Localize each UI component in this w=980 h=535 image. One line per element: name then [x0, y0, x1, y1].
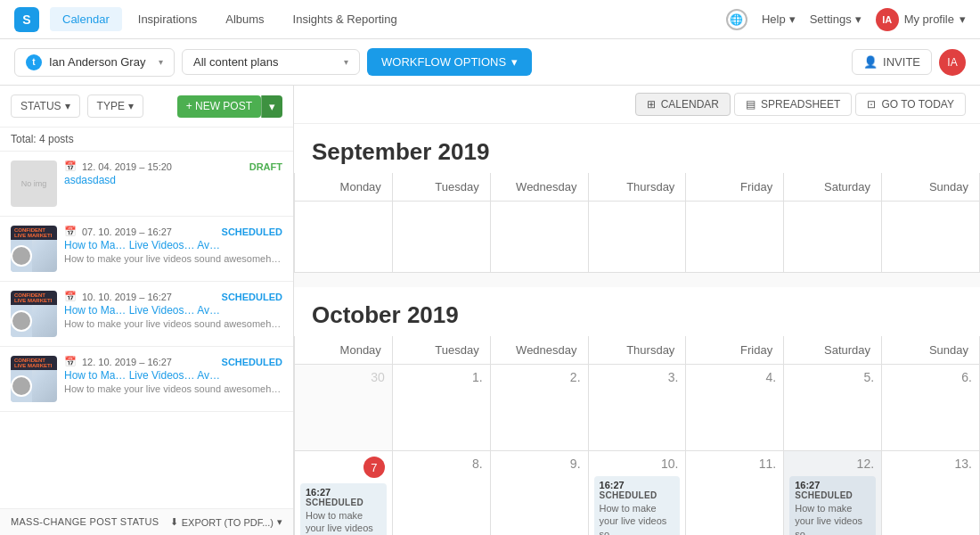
- calendar-day-cell[interactable]: 12. 16:27 SCHEDULED How to make your liv…: [784, 451, 882, 536]
- type-filter-button[interactable]: TYPE ▾: [87, 95, 143, 118]
- invite-button[interactable]: 👤 INVITE: [852, 49, 932, 75]
- day-header-tuesday: Tuesday: [392, 336, 490, 365]
- spreadsheet-view-button[interactable]: ▤ SPREADSHEET: [734, 93, 852, 116]
- nav-calendar[interactable]: Calendar: [50, 7, 122, 31]
- calendar-grid-icon: ⊞: [647, 98, 656, 111]
- help-menu[interactable]: Help ▾: [762, 12, 796, 26]
- mass-change-button[interactable]: MASS-CHANGE POST STATUS: [11, 516, 159, 528]
- day-number: 3.: [589, 365, 686, 388]
- post-thumbnail: CONFIDENT LIVE MARKETI: [11, 291, 57, 337]
- calendar-day-cell[interactable]: 30: [295, 365, 393, 451]
- day-header-friday: Friday: [686, 336, 784, 365]
- list-item[interactable]: CONFIDENT LIVE MARKETI 📅 12. 10. 2019 – …: [0, 347, 293, 412]
- settings-menu[interactable]: Settings ▾: [810, 12, 862, 26]
- day-number: 12.: [784, 451, 881, 474]
- status-filter-button[interactable]: STATUS ▾: [11, 95, 80, 118]
- calendar-day-cell[interactable]: 1.: [392, 365, 490, 451]
- day-header-thursday: Thursday: [588, 173, 686, 202]
- list-item[interactable]: CONFIDENT LIVE MARKETI 📅 10. 10. 2019 – …: [0, 282, 293, 347]
- export-chevron-icon: ▾: [277, 516, 282, 528]
- day-header-friday: Friday: [686, 173, 784, 202]
- today-indicator: 7: [363, 457, 385, 478]
- post-meta: 📅 10. 10. 2019 – 16:27 SCHEDULED: [64, 291, 282, 302]
- calendar-day-cell[interactable]: 5.: [784, 365, 882, 451]
- day-number: 30: [295, 365, 392, 388]
- day-header-monday: Monday: [295, 173, 393, 202]
- app-logo: S: [14, 7, 39, 32]
- content-plans-dropdown[interactable]: All content plans ▾: [182, 49, 360, 75]
- profile-menu[interactable]: IA My profile ▾: [876, 8, 966, 31]
- calendar-event[interactable]: 16:27 SCHEDULED How to make your live vi…: [594, 476, 681, 535]
- post-content: 📅 10. 10. 2019 – 16:27 SCHEDULED How to …: [64, 291, 282, 329]
- type-chevron-icon: ▾: [128, 100, 134, 112]
- calendar-day-cell: [392, 202, 490, 273]
- day-header-monday: Monday: [295, 336, 393, 365]
- day-header-sunday: Sunday: [882, 336, 980, 365]
- calendar-day-cell[interactable]: 3.: [588, 365, 686, 451]
- day-header-thursday: Thursday: [588, 336, 686, 365]
- calendar-week-row: [295, 202, 980, 273]
- calendar-icon: 📅: [64, 291, 77, 302]
- list-item[interactable]: CONFIDENT LIVE MARKETI 📅 07. 10. 2019 – …: [0, 217, 293, 282]
- calendar-day-cell[interactable]: 4.: [686, 365, 784, 451]
- calendar-event[interactable]: 16:27 SCHEDULED How to make your live vi…: [789, 476, 876, 535]
- post-content: 📅 07. 10. 2019 – 16:27 SCHEDULED How to …: [64, 226, 282, 264]
- workflow-options-button[interactable]: WORKFLOW OPTIONS ▾: [367, 48, 532, 76]
- globe-icon[interactable]: 🌐: [726, 9, 747, 30]
- total-posts-label: Total: 4 posts: [0, 128, 293, 152]
- calendar-day-cell[interactable]: 9.: [490, 451, 588, 536]
- month-section-october: October 2019 Monday Tuesday Wednesday Th…: [294, 287, 980, 535]
- day-number: 11.: [686, 451, 783, 474]
- top-nav: S Calendar Inspirations Albums Insights …: [0, 0, 980, 39]
- nav-items: Calendar Inspirations Albums Insights & …: [50, 7, 726, 31]
- day-number: 9.: [491, 451, 588, 474]
- nav-insights[interactable]: Insights & Reporting: [281, 7, 410, 31]
- status-chevron-icon: ▾: [65, 100, 70, 112]
- toolbar: t Ian Anderson Gray ▾ All content plans …: [0, 39, 980, 86]
- list-item[interactable]: No img 📅 12. 04. 2019 – 15:20 DRAFT asda…: [0, 152, 293, 217]
- calendar-day-cell[interactable]: 2.: [490, 365, 588, 451]
- calendar-controls: ⊞ CALENDAR ▤ SPREADSHEET ⊡ GO TO TODAY: [294, 86, 980, 124]
- content-plans-chevron-icon: ▾: [344, 57, 348, 67]
- day-header-wednesday: Wednesday: [490, 336, 588, 365]
- calendar-day-cell[interactable]: 11.: [686, 451, 784, 536]
- workflow-chevron-icon: ▾: [511, 55, 518, 69]
- post-meta: 📅 07. 10. 2019 – 16:27 SCHEDULED: [64, 226, 282, 237]
- calendar-icon: 📅: [64, 356, 77, 367]
- nav-albums[interactable]: Albums: [213, 7, 276, 31]
- month-title: September 2019: [294, 124, 980, 173]
- sidebar-bottom: MASS-CHANGE POST STATUS ⬇ EXPORT (TO PDF…: [0, 508, 293, 535]
- today-icon: ⊡: [867, 98, 876, 111]
- toolbar-right: 👤 INVITE IA: [852, 49, 966, 76]
- calendar-event[interactable]: 16:27 SCHEDULED How to make your live vi…: [300, 483, 387, 535]
- day-number: 1.: [393, 365, 490, 388]
- export-button[interactable]: ⬇ EXPORT (TO PDF...) ▾: [170, 516, 282, 528]
- main-layout: STATUS ▾ TYPE ▾ + NEW POST ▾ Total: 4 po…: [0, 86, 980, 535]
- calendar-day-cell[interactable]: 7 16:27 SCHEDULED How to make your live …: [295, 451, 393, 536]
- calendar-day-cell[interactable]: 10. 16:27 SCHEDULED How to make your liv…: [588, 451, 686, 536]
- nav-inspirations[interactable]: Inspirations: [126, 7, 209, 31]
- calendar-view-button[interactable]: ⊞ CALENDAR: [635, 93, 731, 116]
- new-post-dropdown-button[interactable]: ▾: [261, 95, 282, 118]
- account-dropdown[interactable]: t Ian Anderson Gray ▾: [14, 48, 175, 77]
- calendar-day-cell[interactable]: 8.: [392, 451, 490, 536]
- posts-list: No img 📅 12. 04. 2019 – 15:20 DRAFT asda…: [0, 152, 293, 508]
- day-header-wednesday: Wednesday: [490, 173, 588, 202]
- day-number: 6.: [882, 365, 979, 388]
- calendar-day-cell[interactable]: 6.: [882, 365, 980, 451]
- new-post-button[interactable]: + NEW POST: [177, 95, 261, 118]
- calendar-day-cell: [588, 202, 686, 273]
- day-header-sunday: Sunday: [882, 173, 980, 202]
- calendar-day-cell[interactable]: 13.: [882, 451, 980, 536]
- post-meta: 📅 12. 04. 2019 – 15:20 DRAFT: [64, 160, 282, 172]
- toolbar-avatar: IA: [939, 49, 966, 76]
- calendar-icon: 📅: [64, 160, 77, 172]
- day-number: 10.: [589, 451, 686, 474]
- calendar-area: ⊞ CALENDAR ▤ SPREADSHEET ⊡ GO TO TODAY S…: [294, 86, 980, 535]
- calendar-day-cell: [882, 202, 980, 273]
- spreadsheet-icon: ▤: [746, 98, 755, 111]
- post-thumbnail: CONFIDENT LIVE MARKETI: [11, 226, 57, 272]
- calendar-day-cell: [295, 202, 393, 273]
- calendar-content: September 2019 Monday Tuesday Wednesday …: [294, 124, 980, 535]
- go-to-today-button[interactable]: ⊡ GO TO TODAY: [855, 93, 966, 116]
